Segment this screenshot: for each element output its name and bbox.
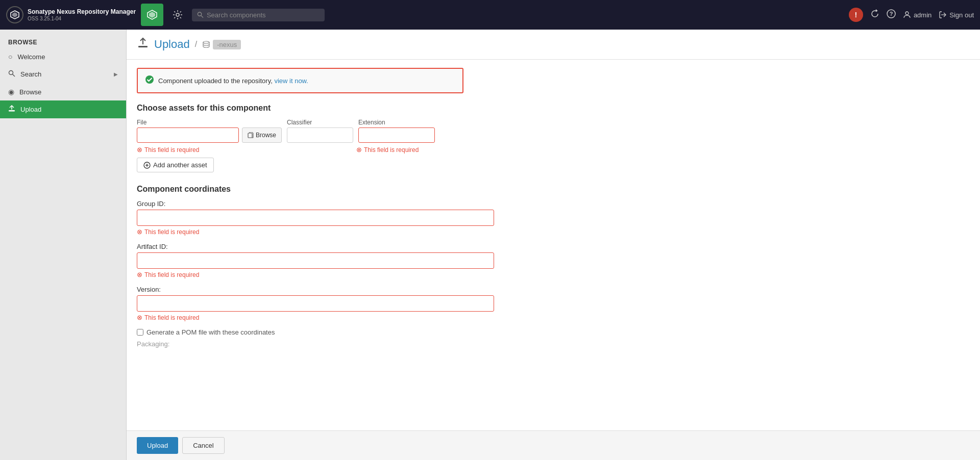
nav-right: ! ? admin Sign ou <box>849 8 974 22</box>
signout-icon <box>939 11 947 19</box>
sidebar-item-search-label: Search <box>20 70 41 78</box>
svg-point-16 <box>145 75 154 84</box>
user-icon <box>903 11 911 19</box>
artifact-id-field: Artifact ID: ⊗ This field is required <box>137 243 494 278</box>
extension-field-group: Extension <box>358 119 435 143</box>
brand: Sonatype Nexus Repository Manager OSS 3.… <box>6 6 136 23</box>
success-check-icon <box>145 75 154 86</box>
assets-section-title: Choose assets for this component <box>137 104 970 113</box>
svg-line-6 <box>201 15 203 17</box>
search-icon <box>197 11 204 18</box>
add-asset-button[interactable]: Add another asset <box>137 158 214 172</box>
sidebar-item-welcome-label: Welcome <box>17 53 45 61</box>
svg-point-15 <box>203 41 209 43</box>
user-label: admin <box>914 11 932 19</box>
breadcrumb-repo: -nexus <box>202 40 241 49</box>
sidebar-section-label: Browse <box>0 35 126 48</box>
app-version: OSS 3.25.1-04 <box>28 16 136 21</box>
browse-button[interactable]: Browse <box>242 127 282 143</box>
pom-checkbox[interactable] <box>137 329 143 336</box>
group-id-label: Group ID: <box>137 200 494 208</box>
success-message: Component uploaded to the repository, vi… <box>158 77 308 85</box>
group-id-field: Group ID: ⊗ This field is required <box>137 200 494 236</box>
classifier-field-group: Classifier <box>287 119 353 143</box>
browse-icon: ◉ <box>8 88 14 96</box>
sidebar-item-upload[interactable]: Upload <box>0 100 126 118</box>
artifact-id-error: ⊗ This field is required <box>137 271 494 278</box>
search-bar <box>192 9 325 21</box>
version-input[interactable] <box>137 295 494 312</box>
classifier-label: Classifier <box>287 119 353 126</box>
settings-icon[interactable] <box>168 6 187 24</box>
nav-home-icon[interactable] <box>141 4 163 26</box>
add-icon <box>143 162 151 169</box>
file-field-group: File Browse <box>137 119 282 143</box>
sidebar-item-upload-label: Upload <box>20 106 41 113</box>
svg-marker-1 <box>12 12 17 17</box>
pom-checkbox-label[interactable]: Generate a POM file with these coordinat… <box>146 328 275 336</box>
sidebar-item-browse[interactable]: ◉ Browse <box>0 83 126 100</box>
svg-point-5 <box>198 12 201 16</box>
coords-section: Component coordinates Group ID: ⊗ This f… <box>137 185 970 348</box>
version-label: Version: <box>137 286 494 293</box>
signout-label: Sign out <box>949 11 974 19</box>
svg-rect-17 <box>248 133 252 138</box>
upload-button[interactable]: Upload <box>137 437 178 454</box>
assets-section: Choose assets for this component File <box>137 104 970 172</box>
artifact-id-input[interactable] <box>137 252 494 269</box>
help-icon[interactable]: ? <box>887 9 896 21</box>
app-name: Sonatype Nexus Repository Manager <box>28 8 136 15</box>
page-title: Upload <box>154 38 190 51</box>
file-label: File <box>137 119 282 126</box>
view-it-now-link[interactable]: view it now. <box>274 77 308 85</box>
welcome-icon: ○ <box>8 53 12 61</box>
svg-rect-14 <box>138 46 148 47</box>
extension-input[interactable] <box>358 127 435 143</box>
group-id-input[interactable] <box>137 210 494 226</box>
brand-logo <box>6 6 23 23</box>
artifact-id-label: Artifact ID: <box>137 243 494 250</box>
layout: Browse ○ Welcome Search ▶ ◉ Browse <box>0 30 980 460</box>
user-menu[interactable]: admin <box>903 11 932 19</box>
svg-point-4 <box>176 13 179 16</box>
coords-section-title: Component coordinates <box>137 185 970 194</box>
main-content: Upload / -nexus <box>127 30 980 460</box>
upload-icon <box>8 105 15 114</box>
sidebar-item-search[interactable]: Search ▶ <box>0 65 126 83</box>
group-id-error-icon: ⊗ <box>137 228 142 236</box>
svg-rect-13 <box>9 110 15 112</box>
artifact-id-error-icon: ⊗ <box>137 271 142 278</box>
packaging-label: Packaging: <box>137 340 970 348</box>
signout-btn[interactable]: Sign out <box>939 11 974 19</box>
classifier-input[interactable] <box>287 127 353 143</box>
search-sidebar-icon <box>8 70 15 79</box>
page-header: Upload / -nexus <box>127 30 980 60</box>
sidebar: Browse ○ Welcome Search ▶ ◉ Browse <box>0 30 127 460</box>
search-input[interactable] <box>207 11 320 19</box>
assets-row: File Browse <box>137 119 970 143</box>
alert-icon[interactable]: ! <box>849 8 863 22</box>
svg-point-9 <box>905 12 909 15</box>
file-input[interactable] <box>137 127 239 143</box>
file-icon <box>248 132 254 138</box>
breadcrumb-sep: / <box>195 40 197 49</box>
bottom-bar: Upload Cancel <box>127 430 980 460</box>
extension-label: Extension <box>358 119 435 126</box>
repo-name: -nexus <box>213 40 241 49</box>
top-nav: Sonatype Nexus Repository Manager OSS 3.… <box>0 0 980 30</box>
svg-text:?: ? <box>890 11 893 17</box>
svg-marker-3 <box>149 12 155 18</box>
sidebar-item-welcome[interactable]: ○ Welcome <box>0 48 126 65</box>
search-arrow-icon: ▶ <box>114 71 118 77</box>
group-id-error: ⊗ This field is required <box>137 228 494 236</box>
content-area: Component uploaded to the repository, vi… <box>127 60 980 364</box>
svg-point-11 <box>9 71 13 75</box>
version-error-icon: ⊗ <box>137 314 142 321</box>
svg-line-12 <box>13 74 15 77</box>
refresh-icon[interactable] <box>870 9 879 21</box>
sidebar-item-browse-label: Browse <box>19 88 41 96</box>
version-error: ⊗ This field is required <box>137 314 494 321</box>
cancel-button[interactable]: Cancel <box>182 437 224 454</box>
extension-error-msg: ⊗ This field is required <box>356 146 433 154</box>
version-field: Version: ⊗ This field is required <box>137 286 494 321</box>
